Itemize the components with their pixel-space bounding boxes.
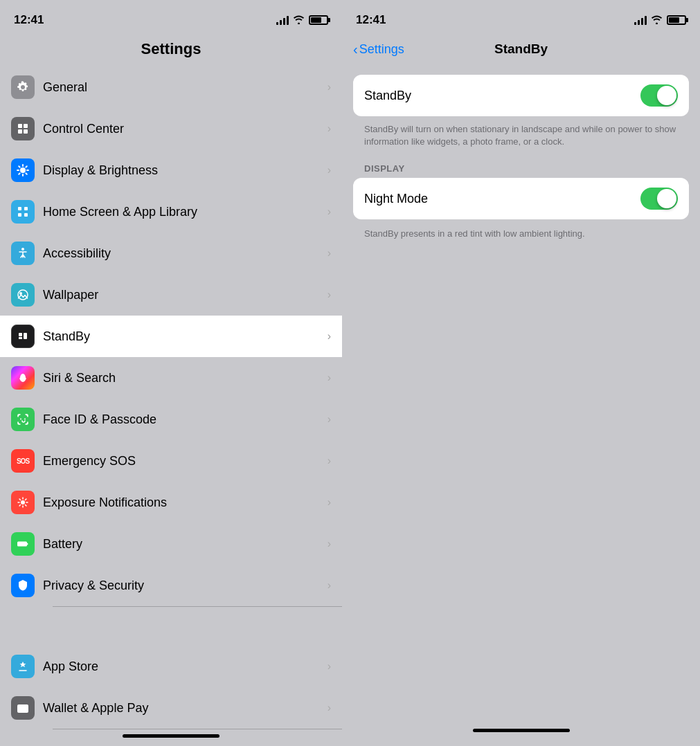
svg-rect-21: [19, 337, 22, 339]
right-home-indicator: [473, 729, 570, 732]
control-center-chevron: ›: [327, 122, 331, 135]
sidebar-item-exposure[interactable]: Exposure Notifications ›: [0, 482, 342, 523]
back-button[interactable]: ‹ Settings: [353, 42, 404, 57]
sidebar-item-homescreen[interactable]: Home Screen & App Library ›: [0, 191, 342, 233]
standby-description: StandBy will turn on when stationary in …: [353, 120, 689, 158]
sidebar-item-faceid[interactable]: Face ID & Passcode ›: [0, 399, 342, 440]
sidebar-item-accessibility[interactable]: Accessibility ›: [0, 233, 342, 274]
settings-list: General › Control Center › Display & Bri…: [0, 66, 342, 646]
night-mode-card: Night Mode: [353, 178, 689, 219]
back-chevron-icon: ‹: [353, 42, 358, 57]
control-center-icon: [11, 117, 35, 140]
svg-point-24: [21, 500, 25, 504]
svg-rect-2: [18, 129, 22, 134]
night-mode-toggle[interactable]: [640, 188, 678, 210]
general-icon: [11, 75, 35, 99]
svg-rect-13: [18, 207, 21, 210]
siri-chevron: ›: [327, 372, 331, 384]
svg-rect-27: [17, 704, 28, 713]
standby-toggle-label: StandBy: [364, 89, 640, 103]
display-icon: [11, 158, 35, 182]
right-status-time: 12:41: [356, 13, 386, 27]
accessibility-chevron: ›: [327, 247, 331, 260]
homescreen-chevron: ›: [327, 206, 331, 218]
left-page-title-bar: Settings: [0, 35, 342, 66]
sidebar-item-control-center[interactable]: Control Center ›: [0, 108, 342, 149]
sidebar-item-siri[interactable]: Siri & Search ›: [0, 357, 342, 399]
signal-icon: [276, 15, 289, 25]
faceid-icon: [11, 408, 35, 431]
svg-rect-0: [18, 124, 22, 128]
appstore-icon: [11, 655, 35, 678]
standby-chevron: ›: [327, 330, 331, 343]
night-mode-label: Night Mode: [364, 192, 640, 206]
sidebar-item-general[interactable]: General ›: [0, 66, 342, 108]
display-chevron: ›: [327, 164, 331, 176]
battery-status-icon: [309, 15, 328, 25]
svg-rect-16: [24, 213, 28, 217]
night-mode-toggle-knob: [657, 189, 676, 208]
battery-label: Battery: [43, 537, 325, 552]
sidebar-item-wallpaper[interactable]: Wallpaper ›: [0, 274, 342, 316]
svg-rect-1: [24, 124, 28, 128]
sidebar-item-display[interactable]: Display & Brightness ›: [0, 149, 342, 191]
exposure-chevron: ›: [327, 496, 331, 509]
svg-point-19: [19, 292, 22, 295]
right-panel: 12:41 ‹ Settings: [342, 0, 700, 746]
accessibility-label: Accessibility: [43, 246, 325, 261]
appstore-label: App Store: [43, 659, 325, 674]
sidebar-item-wallet[interactable]: Wallet & Apple Pay ›: [0, 687, 342, 729]
battery-chevron: ›: [327, 538, 331, 550]
svg-line-12: [19, 173, 19, 174]
svg-point-4: [20, 167, 26, 173]
right-wifi-icon: [651, 15, 663, 26]
faceid-chevron: ›: [327, 413, 331, 426]
homescreen-label: Home Screen & App Library: [43, 205, 325, 219]
svg-rect-14: [24, 207, 28, 210]
standby-toggle[interactable]: [640, 84, 678, 107]
general-chevron: ›: [327, 81, 331, 93]
svg-rect-3: [24, 129, 28, 134]
svg-line-11: [26, 166, 26, 167]
right-signal-icon: [634, 15, 647, 25]
night-mode-toggle-row: Night Mode: [353, 178, 689, 219]
right-status-bar: 12:41: [342, 0, 700, 35]
left-home-indicator: [123, 734, 219, 738]
sidebar-item-privacy[interactable]: Privacy & Security ›: [0, 565, 342, 606]
privacy-chevron: ›: [327, 579, 331, 592]
left-status-icons: [276, 15, 328, 26]
standby-toggle-knob: [657, 86, 676, 105]
sidebar-item-sos[interactable]: SOS Emergency SOS ›: [0, 440, 342, 482]
svg-line-10: [26, 173, 26, 174]
standby-icon: [11, 325, 35, 348]
svg-rect-22: [24, 333, 27, 339]
battery-icon-item: [11, 532, 35, 556]
privacy-label: Privacy & Security: [43, 579, 325, 593]
standby-toggle-row: StandBy: [353, 75, 689, 116]
right-status-icons: [634, 15, 686, 26]
svg-rect-28: [25, 709, 27, 710]
night-mode-description: StandBy presents in a red tint with low …: [353, 224, 689, 247]
privacy-icon: [11, 574, 35, 597]
svg-line-9: [19, 166, 19, 167]
svg-rect-15: [18, 213, 21, 217]
wallet-chevron: ›: [327, 702, 331, 714]
siri-icon: [11, 366, 35, 390]
sos-label: Emergency SOS: [43, 454, 325, 468]
display-section-header: DISPLAY: [353, 158, 689, 178]
left-status-bar: 12:41: [0, 0, 342, 35]
right-battery-status-icon: [667, 15, 686, 25]
display-label: Display & Brightness: [43, 163, 325, 178]
right-page-title: StandBy: [494, 42, 548, 57]
standby-card: StandBy: [353, 75, 689, 116]
sidebar-item-appstore[interactable]: App Store ›: [0, 646, 342, 687]
exposure-label: Exposure Notifications: [43, 495, 325, 510]
right-content: StandBy StandBy will turn on when statio…: [342, 69, 700, 253]
sidebar-item-battery[interactable]: Battery ›: [0, 523, 342, 565]
svg-point-18: [18, 290, 28, 300]
homescreen-icon: [11, 200, 35, 224]
sidebar-item-standby[interactable]: StandBy ›: [0, 316, 342, 357]
left-status-time: 12:41: [14, 13, 44, 27]
wallet-label: Wallet & Apple Pay: [43, 701, 325, 716]
wallpaper-chevron: ›: [327, 289, 331, 301]
